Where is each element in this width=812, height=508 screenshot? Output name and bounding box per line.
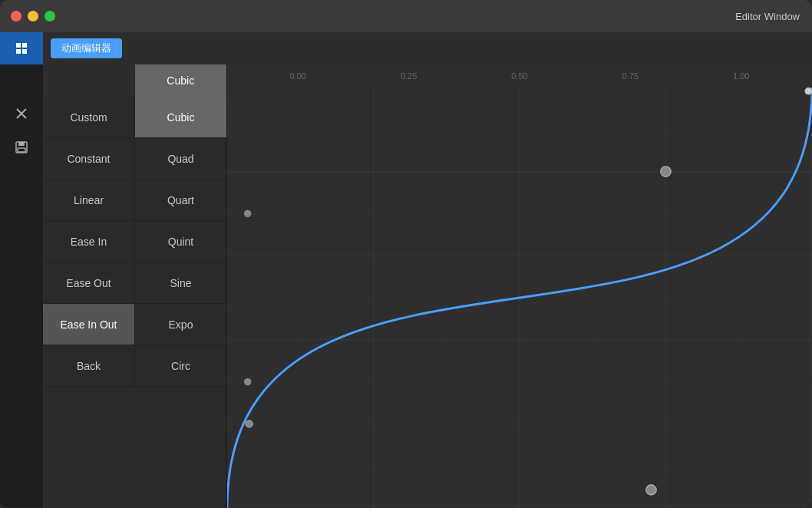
- easing-right-quad[interactable]: Quad: [135, 138, 226, 179]
- maximize-button[interactable]: [45, 11, 55, 21]
- chart-canvas: [227, 87, 812, 508]
- svg-rect-5: [18, 142, 25, 146]
- list-item: Ease In Quint: [43, 221, 226, 262]
- svg-rect-1: [22, 43, 27, 48]
- control-point-1[interactable]: [661, 167, 671, 176]
- easing-right-quart[interactable]: Quart: [135, 180, 226, 220]
- easing-right-expo[interactable]: Expo: [135, 304, 226, 345]
- easing-left-custom[interactable]: Custom: [43, 97, 135, 137]
- easing-left-ease-out[interactable]: Ease Out: [43, 262, 135, 303]
- chart-label-1: 0.25: [401, 71, 417, 81]
- chart-label-0: 0.00: [289, 71, 305, 81]
- control-point-left-indicator: [246, 421, 253, 427]
- svg-rect-2: [16, 49, 21, 54]
- svg-rect-0: [16, 43, 21, 48]
- traffic-lights: [11, 11, 55, 21]
- close-rail-button[interactable]: [8, 100, 35, 127]
- svg-rect-3: [22, 49, 27, 54]
- easing-left-ease-in[interactable]: Ease In: [43, 221, 135, 262]
- icon-rail: [0, 32, 43, 508]
- easing-right-quint[interactable]: Quint: [135, 221, 226, 262]
- list-item: Back Circ: [43, 345, 226, 387]
- close-button[interactable]: [11, 11, 21, 21]
- easing-right-circ[interactable]: Circ: [135, 345, 226, 386]
- minimize-button[interactable]: [28, 11, 38, 21]
- end-point[interactable]: [804, 87, 812, 94]
- easing-rows: Custom Cubic Constant Quad: [43, 97, 226, 508]
- list-item: Linear Quart: [43, 180, 226, 221]
- svg-rect-6: [18, 148, 25, 152]
- app-tab[interactable]: [0, 32, 43, 64]
- chart-label-2: 0.50: [511, 71, 527, 81]
- easing-curve-svg: [227, 87, 812, 508]
- list-item: Ease In Out Expo: [43, 304, 226, 345]
- title-bar: Editor Window: [0, 0, 812, 32]
- tab-bar: 动画编辑器: [43, 32, 812, 64]
- save-rail-button[interactable]: [8, 134, 35, 161]
- close-icon: [14, 106, 29, 121]
- grid-icon: [15, 42, 28, 54]
- list-item: Ease Out Sine: [43, 262, 226, 304]
- easing-panel: Cubic Custom Cubic C: [43, 64, 227, 508]
- chart-header: 0.00 0.25 0.50 0.75 1.00: [227, 64, 812, 87]
- easing-left-constant[interactable]: Constant: [43, 138, 135, 179]
- save-icon: [14, 140, 29, 155]
- panel-header-left: [43, 64, 135, 97]
- left-marker-1: [244, 210, 252, 217]
- window-title: Editor Window: [735, 11, 800, 22]
- chart-label-3: 0.75: [622, 71, 639, 81]
- chart-label-4: 1.00: [733, 71, 749, 81]
- easing-left-linear[interactable]: Linear: [43, 180, 135, 220]
- app-title-tab[interactable]: 动画编辑器: [51, 38, 122, 58]
- easing-left-ease-in-out[interactable]: Ease In Out: [43, 304, 135, 345]
- control-point-2[interactable]: [646, 485, 656, 495]
- sidebar-content: 动画编辑器 Cubic Custom Cubic: [43, 32, 812, 508]
- easing-right-cubic[interactable]: Cubic: [135, 97, 226, 137]
- easing-right-sine[interactable]: Sine: [135, 262, 226, 303]
- panel-header: Cubic: [43, 64, 226, 97]
- content-area: Cubic Custom Cubic C: [43, 64, 812, 508]
- main-layout: 动画编辑器 Cubic Custom Cubic: [0, 32, 812, 508]
- list-item: Constant Quad: [43, 138, 226, 180]
- left-marker-2: [244, 378, 252, 385]
- easing-left-back[interactable]: Back: [43, 345, 135, 386]
- panel-header-right-cubic[interactable]: Cubic: [135, 64, 227, 97]
- chart-area: 0.00 0.25 0.50 0.75 1.00: [227, 64, 812, 508]
- list-item: Custom Cubic: [43, 97, 226, 138]
